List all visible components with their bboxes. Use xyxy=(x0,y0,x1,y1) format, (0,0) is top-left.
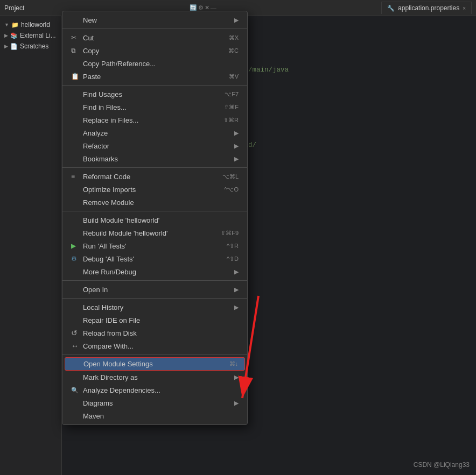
submenu-arrow: ▶ xyxy=(234,304,239,311)
shortcut-label: ⌥⌘L xyxy=(222,173,239,180)
submenu-arrow: ▶ xyxy=(234,155,239,162)
shortcut-label: ⌘C xyxy=(228,47,239,54)
menu-item-label: Repair IDE on File xyxy=(83,316,239,324)
menu-item-label: Reload from Disk xyxy=(83,329,239,337)
shortcut-label: ^⇧R xyxy=(227,243,239,250)
menu-item-label: Analyze xyxy=(83,129,234,137)
menu-item-analyze[interactable]: Analyze ▶ xyxy=(62,126,247,139)
menu-item-debug-all-tests[interactable]: ⚙ Debug 'All Tests' ^⇧D xyxy=(62,252,247,265)
shortcut-label: ⌘X xyxy=(229,34,239,41)
submenu-arrow: ▶ xyxy=(234,400,239,407)
editor-tab[interactable]: 🔧 application.properties × xyxy=(381,2,472,14)
watermark: CSDN @LiQiang33 xyxy=(414,461,470,469)
menu-item-build-module[interactable]: Build Module 'helloworld' xyxy=(62,214,247,226)
libs-icon: 📚 xyxy=(10,32,18,39)
tab-close-button[interactable]: × xyxy=(463,5,466,11)
cut-icon: ✂ xyxy=(71,34,80,41)
submenu-arrow: ▶ xyxy=(234,17,239,24)
tab-icon: 🔧 xyxy=(387,5,395,12)
menu-item-more-run-debug[interactable]: More Run/Debug ▶ xyxy=(62,265,247,278)
menu-item-label: Reformat Code xyxy=(83,173,212,181)
menu-item-find-in-files[interactable]: Find in Files... ⇧⌘F xyxy=(62,101,247,114)
menu-item-mark-directory[interactable]: Mark Directory as ▶ xyxy=(62,371,247,384)
menu-item-label: Bookmarks xyxy=(83,155,234,163)
sidebar-item-external-libs[interactable]: ▶ 📚 External Li... xyxy=(0,30,61,41)
menu-item-label: Cut xyxy=(83,34,218,42)
menu-item-maven[interactable]: Maven xyxy=(62,409,247,422)
submenu-arrow: ▶ xyxy=(234,268,239,275)
separator xyxy=(62,355,247,355)
separator xyxy=(62,280,247,281)
menu-item-label: Find Usages xyxy=(83,90,214,98)
sidebar-item-scratches[interactable]: ▶ 📄 Scratches xyxy=(0,41,61,52)
menu-item-reload-from-disk[interactable]: ↺ Reload from Disk xyxy=(62,327,247,339)
menu-item-label: Copy Path/Reference... xyxy=(83,60,239,68)
submenu-arrow: ▶ xyxy=(234,143,239,150)
menu-item-find-usages[interactable]: Find Usages ⌥F7 xyxy=(62,88,247,101)
menu-item-open-in[interactable]: Open In ▶ xyxy=(62,283,247,296)
copy-icon: ⧉ xyxy=(71,47,80,54)
menu-item-label: Rebuild Module 'helloworld' xyxy=(83,229,210,237)
collapse-arrow: ▼ xyxy=(4,22,9,27)
menu-item-optimize-imports[interactable]: Optimize Imports ^⌥O xyxy=(62,183,247,196)
project-label[interactable]: Project xyxy=(4,4,24,12)
menu-item-label: Mark Directory as xyxy=(83,373,234,381)
menu-item-rebuild-module[interactable]: Rebuild Module 'helloworld' ⇧⌘F9 xyxy=(62,226,247,239)
menu-item-compare-with[interactable]: ↔ Compare With... xyxy=(62,339,247,352)
watermark-text: CSDN @LiQiang33 xyxy=(414,461,470,469)
menu-item-label: More Run/Debug xyxy=(83,268,234,276)
menu-item-remove-module[interactable]: Remove Module xyxy=(62,196,247,209)
menu-item-repair-ide[interactable]: Repair IDE on File xyxy=(62,314,247,327)
menu-item-label: Compare With... xyxy=(83,342,239,350)
menu-item-diagrams[interactable]: Diagrams ▶ xyxy=(62,396,247,409)
sidebar-item-label: helloworld xyxy=(21,21,50,29)
menu-item-label: Run 'All Tests' xyxy=(83,242,216,250)
menu-item-label: Debug 'All Tests' xyxy=(83,255,216,263)
collapse-arrow: ▶ xyxy=(4,44,8,49)
submenu-arrow: ▶ xyxy=(234,374,239,381)
menu-item-new[interactable]: New ▶ xyxy=(62,13,247,26)
shortcut-label: ⇧⌘F9 xyxy=(221,230,239,237)
folder-icon: 📁 xyxy=(11,22,19,29)
separator xyxy=(62,298,247,299)
menu-item-local-history[interactable]: Local History ▶ xyxy=(62,301,247,314)
sidebar-item-helloworld[interactable]: ▼ 📁 helloworld xyxy=(0,19,61,30)
menu-item-refactor[interactable]: Refactor ▶ xyxy=(62,139,247,152)
menu-item-label: Build Module 'helloworld' xyxy=(83,216,239,224)
menu-item-label: Open In xyxy=(83,286,234,294)
menu-item-open-module-settings[interactable]: Open Module Settings ⌘↓ xyxy=(65,357,245,371)
menu-item-cut[interactable]: ✂ Cut ⌘X xyxy=(62,31,247,44)
run-icon: ▶ xyxy=(71,242,80,250)
menu-item-label: Maven xyxy=(83,412,239,420)
reformat-icon: ≡ xyxy=(71,173,80,180)
menu-item-copy[interactable]: ⧉ Copy ⌘C xyxy=(62,44,247,57)
submenu-arrow: ▶ xyxy=(234,286,239,293)
menu-item-label: Copy xyxy=(83,47,218,55)
shortcut-label: ⌘V xyxy=(229,73,239,80)
scratches-icon: 📄 xyxy=(10,43,18,50)
collapse-arrow: ▶ xyxy=(4,33,8,38)
menu-item-label: New xyxy=(83,16,234,24)
menu-item-label: Refactor xyxy=(83,142,234,150)
analyze-deps-icon: 🔍 xyxy=(71,387,80,394)
shortcut-label: ^⇧D xyxy=(227,256,239,263)
separator xyxy=(62,29,247,29)
menu-item-reformat-code[interactable]: ≡ Reformat Code ⌥⌘L xyxy=(62,170,247,183)
tab-label: application.properties xyxy=(398,4,459,12)
menu-item-label: Paste xyxy=(83,73,218,81)
menu-item-bookmarks[interactable]: Bookmarks ▶ xyxy=(62,152,247,165)
sidebar-item-label: External Li... xyxy=(20,32,56,39)
context-menu: New ▶ ✂ Cut ⌘X ⧉ Copy ⌘C Copy Path/Refer… xyxy=(62,11,248,425)
menu-item-copy-path[interactable]: Copy Path/Reference... xyxy=(62,57,247,70)
menu-item-paste[interactable]: 📋 Paste ⌘V xyxy=(62,70,247,83)
shortcut-label: ⇧⌘F xyxy=(224,104,239,111)
menu-item-label: Analyze Dependencies... xyxy=(83,386,239,394)
separator xyxy=(62,85,247,86)
menu-item-replace-in-files[interactable]: Replace in Files... ⇧⌘R xyxy=(62,114,247,126)
menu-item-analyze-deps[interactable]: 🔍 Analyze Dependencies... xyxy=(62,384,247,396)
debug-icon: ⚙ xyxy=(71,255,80,263)
shortcut-label: ^⌥O xyxy=(224,186,239,193)
menu-item-label: Find in Files... xyxy=(83,103,213,111)
menu-item-run-all-tests[interactable]: ▶ Run 'All Tests' ^⇧R xyxy=(62,239,247,252)
menu-item-label: Local History xyxy=(83,303,234,311)
